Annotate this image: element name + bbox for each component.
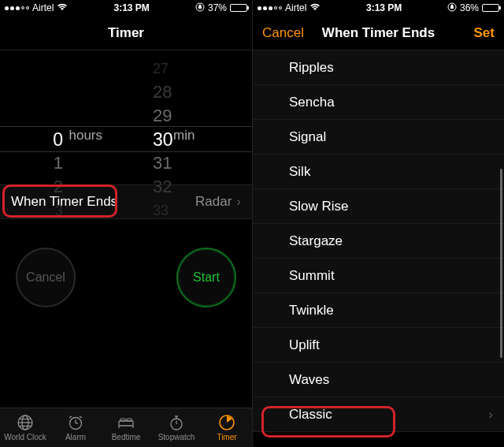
signal-dots-icon: [258, 6, 282, 10]
orientation-lock-icon: [447, 2, 457, 14]
sound-option[interactable]: Slow Rise: [253, 189, 504, 224]
sound-option[interactable]: Twinkle: [253, 293, 504, 328]
tab-alarm[interactable]: Alarm: [50, 408, 101, 447]
sound-option[interactable]: Ripples: [253, 50, 504, 85]
tab-bar: World Clock Alarm Bedtime Stopwatch Time…: [0, 408, 252, 447]
sound-option[interactable]: Summit: [253, 259, 504, 293]
status-bar: Airtel 3:13 PM 36%: [253, 0, 504, 16]
tab-world-clock[interactable]: World Clock: [0, 408, 50, 447]
wifi-icon: [57, 3, 68, 13]
sound-option[interactable]: Stargaze: [253, 224, 504, 259]
sound-option[interactable]: Silk: [253, 155, 504, 189]
alarm-icon: [67, 414, 84, 431]
start-button[interactable]: Start: [176, 248, 236, 307]
hours-selected: 0: [0, 128, 126, 151]
tab-stopwatch[interactable]: Stopwatch: [151, 408, 202, 447]
cancel-button: Cancel: [16, 248, 76, 307]
svg-line-10: [80, 416, 82, 418]
status-bar: Airtel 3:13 PM 37%: [0, 0, 252, 16]
sound-option[interactable]: Sencha: [253, 85, 504, 120]
carrier-label: Airtel: [32, 2, 54, 13]
hours-label: hours: [69, 128, 102, 143]
page-title: Timer: [108, 25, 144, 41]
sound-option[interactable]: Waves: [253, 363, 504, 397]
time-picker[interactable]: . . . 0 1 2 3 hours 27 28 29 30 31 32 33…: [0, 50, 252, 200]
minutes-wheel[interactable]: 27 28 29 30 31 32 33 min: [126, 50, 252, 200]
battery-percent: 37%: [208, 2, 227, 13]
clock-time: 3:13 PM: [113, 2, 149, 13]
tab-bedtime[interactable]: Bedtime: [101, 408, 151, 447]
battery-icon: [230, 4, 247, 12]
phone-timer: Airtel 3:13 PM 37% Timer . . . 0 1 2: [0, 0, 252, 447]
minutes-label: min: [173, 128, 195, 143]
battery-percent: 36%: [460, 2, 479, 13]
nav-header: Cancel When Timer Ends Set: [253, 16, 504, 50]
svg-rect-15: [127, 419, 132, 421]
carrier-label: Airtel: [285, 2, 306, 13]
signal-dots-icon: [5, 6, 29, 10]
bed-icon: [117, 414, 135, 431]
svg-line-9: [69, 416, 72, 418]
sound-classic-row[interactable]: Classic ›: [253, 397, 504, 432]
scrollbar[interactable]: [500, 169, 502, 358]
cancel-button[interactable]: Cancel: [253, 16, 313, 50]
svg-rect-11: [119, 421, 133, 426]
timer-icon: [218, 414, 235, 431]
stopwatch-icon: [168, 414, 185, 431]
sound-option[interactable]: Signal: [253, 120, 504, 155]
sound-option[interactable]: Uplift: [253, 328, 504, 363]
nav-header: Timer: [0, 16, 252, 50]
tab-timer[interactable]: Timer: [202, 408, 252, 447]
svg-rect-14: [120, 419, 125, 421]
page-title: When Timer Ends: [322, 25, 435, 41]
sound-list[interactable]: Ripples Sencha Signal Silk Slow Rise Sta…: [253, 50, 504, 447]
battery-icon: [482, 4, 499, 12]
orientation-lock-icon: [195, 2, 205, 14]
clock-time: 3:13 PM: [366, 2, 402, 13]
set-button[interactable]: Set: [465, 16, 504, 50]
phone-when-timer-ends: Airtel 3:13 PM 36% Cancel When Timer End…: [252, 0, 504, 447]
wifi-icon: [309, 3, 321, 13]
globe-icon: [17, 414, 34, 431]
chevron-right-icon: ›: [488, 407, 493, 423]
hours-wheel[interactable]: . . . 0 1 2 3 hours: [0, 50, 126, 200]
